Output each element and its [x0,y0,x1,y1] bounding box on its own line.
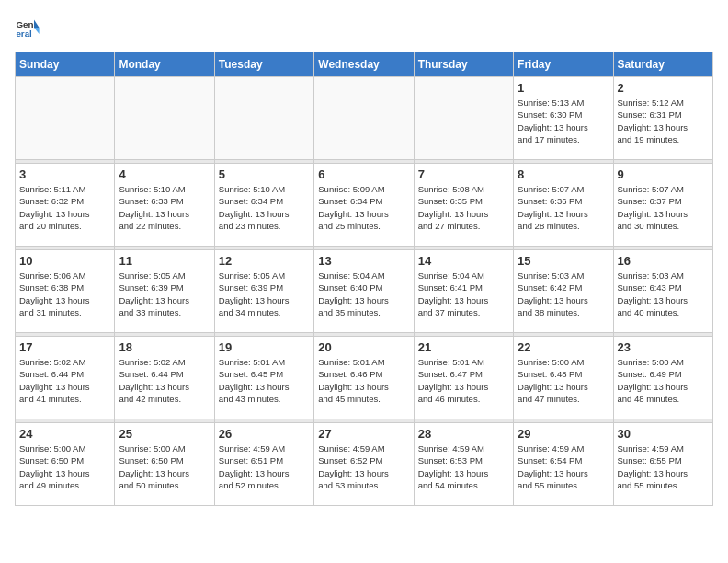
calendar-day: 27Sunrise: 4:59 AM Sunset: 6:52 PM Dayli… [314,423,414,506]
calendar-day: 5Sunrise: 5:10 AM Sunset: 6:34 PM Daylig… [214,164,313,247]
day-info: Sunrise: 5:13 AM Sunset: 6:30 PM Dayligh… [518,97,609,145]
day-number: 22 [518,340,609,354]
calendar-day [115,77,214,160]
calendar-day: 16Sunrise: 5:03 AM Sunset: 6:43 PM Dayli… [613,250,712,333]
calendar-day: 8Sunrise: 5:07 AM Sunset: 6:36 PM Daylig… [514,164,613,247]
day-number: 19 [219,340,310,354]
day-number: 28 [418,427,509,441]
day-number: 27 [318,427,409,441]
calendar-day: 9Sunrise: 5:07 AM Sunset: 6:37 PM Daylig… [613,164,712,247]
calendar-day: 25Sunrise: 5:00 AM Sunset: 6:50 PM Dayli… [115,423,214,506]
day-info: Sunrise: 5:09 AM Sunset: 6:34 PM Dayligh… [318,183,409,232]
day-info: Sunrise: 5:07 AM Sunset: 6:36 PM Dayligh… [518,183,609,232]
day-number: 15 [518,254,609,268]
calendar-day [16,77,115,160]
day-info: Sunrise: 4:59 AM Sunset: 6:52 PM Dayligh… [318,442,409,491]
calendar-day: 10Sunrise: 5:06 AM Sunset: 6:38 PM Dayli… [16,250,115,333]
day-number: 5 [219,167,310,181]
day-info: Sunrise: 4:59 AM Sunset: 6:51 PM Dayligh… [219,442,310,491]
day-number: 11 [119,254,210,268]
day-info: Sunrise: 5:00 AM Sunset: 6:49 PM Dayligh… [618,356,709,405]
day-number: 25 [119,427,210,441]
calendar-day: 30Sunrise: 4:59 AM Sunset: 6:55 PM Dayli… [613,423,712,506]
week-row-2: 3Sunrise: 5:11 AM Sunset: 6:32 PM Daylig… [16,164,713,247]
svg-marker-3 [34,28,40,34]
logo-icon: Gen eral [15,15,40,40]
day-info: Sunrise: 4:59 AM Sunset: 6:55 PM Dayligh… [618,442,709,491]
weekday-header-row: SundayMondayTuesdayWednesdayThursdayFrid… [16,52,713,77]
day-info: Sunrise: 5:05 AM Sunset: 6:39 PM Dayligh… [219,270,310,318]
calendar-day: 12Sunrise: 5:05 AM Sunset: 6:39 PM Dayli… [214,250,313,333]
calendar-day: 13Sunrise: 5:04 AM Sunset: 6:40 PM Dayli… [314,250,414,333]
page-header: Gen eral [15,15,713,40]
day-number: 23 [618,340,709,354]
day-info: Sunrise: 5:05 AM Sunset: 6:39 PM Dayligh… [119,270,210,318]
day-number: 18 [119,340,210,354]
day-info: Sunrise: 5:03 AM Sunset: 6:43 PM Dayligh… [618,270,709,318]
day-info: Sunrise: 5:07 AM Sunset: 6:37 PM Dayligh… [618,183,709,232]
day-number: 16 [618,254,709,268]
day-info: Sunrise: 4:59 AM Sunset: 6:54 PM Dayligh… [518,442,609,491]
day-info: Sunrise: 5:03 AM Sunset: 6:42 PM Dayligh… [518,270,609,318]
calendar-day: 18Sunrise: 5:02 AM Sunset: 6:44 PM Dayli… [115,337,214,419]
week-row-4: 17Sunrise: 5:02 AM Sunset: 6:44 PM Dayli… [16,337,713,419]
day-info: Sunrise: 5:01 AM Sunset: 6:46 PM Dayligh… [318,356,409,405]
day-number: 9 [618,167,709,181]
calendar-day: 4Sunrise: 5:10 AM Sunset: 6:33 PM Daylig… [115,164,214,247]
calendar-day: 22Sunrise: 5:00 AM Sunset: 6:48 PM Dayli… [514,337,613,419]
calendar-day: 2Sunrise: 5:12 AM Sunset: 6:31 PM Daylig… [613,77,712,160]
day-number: 8 [518,167,609,181]
day-info: Sunrise: 5:04 AM Sunset: 6:40 PM Dayligh… [318,270,409,318]
day-number: 30 [618,427,709,441]
day-number: 12 [219,254,310,268]
weekday-header-wednesday: Wednesday [314,52,414,77]
calendar-day: 15Sunrise: 5:03 AM Sunset: 6:42 PM Dayli… [514,250,613,333]
day-number: 14 [418,254,509,268]
day-number: 17 [19,340,110,354]
calendar-day: 28Sunrise: 4:59 AM Sunset: 6:53 PM Dayli… [414,423,513,506]
day-number: 21 [418,340,509,354]
day-number: 6 [318,167,409,181]
week-row-3: 10Sunrise: 5:06 AM Sunset: 6:38 PM Dayli… [16,250,713,333]
day-info: Sunrise: 5:02 AM Sunset: 6:44 PM Dayligh… [19,356,110,405]
calendar-day: 3Sunrise: 5:11 AM Sunset: 6:32 PM Daylig… [16,164,115,247]
day-number: 1 [518,81,609,95]
day-info: Sunrise: 5:00 AM Sunset: 6:50 PM Dayligh… [119,442,210,491]
calendar-day: 26Sunrise: 4:59 AM Sunset: 6:51 PM Dayli… [214,423,313,506]
day-number: 10 [19,254,110,268]
calendar-day: 24Sunrise: 5:00 AM Sunset: 6:50 PM Dayli… [16,423,115,506]
weekday-header-monday: Monday [115,52,214,77]
weekday-header-tuesday: Tuesday [214,52,313,77]
calendar-day: 19Sunrise: 5:01 AM Sunset: 6:45 PM Dayli… [214,337,313,419]
day-info: Sunrise: 5:00 AM Sunset: 6:48 PM Dayligh… [518,356,609,405]
calendar-day: 21Sunrise: 5:01 AM Sunset: 6:47 PM Dayli… [414,337,513,419]
day-number: 2 [618,81,709,95]
day-number: 3 [19,167,110,181]
weekday-header-friday: Friday [514,52,613,77]
calendar-day: 1Sunrise: 5:13 AM Sunset: 6:30 PM Daylig… [514,77,613,160]
svg-text:eral: eral [16,29,32,39]
calendar-day: 23Sunrise: 5:00 AM Sunset: 6:49 PM Dayli… [613,337,712,419]
day-number: 26 [219,427,310,441]
day-info: Sunrise: 5:02 AM Sunset: 6:44 PM Dayligh… [119,356,210,405]
day-info: Sunrise: 5:06 AM Sunset: 6:38 PM Dayligh… [19,270,110,318]
calendar-day: 11Sunrise: 5:05 AM Sunset: 6:39 PM Dayli… [115,250,214,333]
calendar-day [214,77,313,160]
day-info: Sunrise: 5:01 AM Sunset: 6:47 PM Dayligh… [418,356,509,405]
day-info: Sunrise: 5:10 AM Sunset: 6:33 PM Dayligh… [119,183,210,232]
day-info: Sunrise: 4:59 AM Sunset: 6:53 PM Dayligh… [418,442,509,491]
calendar-day: 6Sunrise: 5:09 AM Sunset: 6:34 PM Daylig… [314,164,414,247]
calendar-day: 7Sunrise: 5:08 AM Sunset: 6:35 PM Daylig… [414,164,513,247]
weekday-header-saturday: Saturday [613,52,712,77]
calendar-day: 29Sunrise: 4:59 AM Sunset: 6:54 PM Dayli… [514,423,613,506]
logo: Gen eral [15,15,44,40]
calendar-day [314,77,414,160]
day-number: 29 [518,427,609,441]
calendar-table: SundayMondayTuesdayWednesdayThursdayFrid… [15,52,713,506]
day-info: Sunrise: 5:12 AM Sunset: 6:31 PM Dayligh… [618,97,709,145]
day-info: Sunrise: 5:11 AM Sunset: 6:32 PM Dayligh… [19,183,110,232]
day-info: Sunrise: 5:08 AM Sunset: 6:35 PM Dayligh… [418,183,509,232]
day-number: 13 [318,254,409,268]
calendar-day [414,77,513,160]
calendar-day: 20Sunrise: 5:01 AM Sunset: 6:46 PM Dayli… [314,337,414,419]
